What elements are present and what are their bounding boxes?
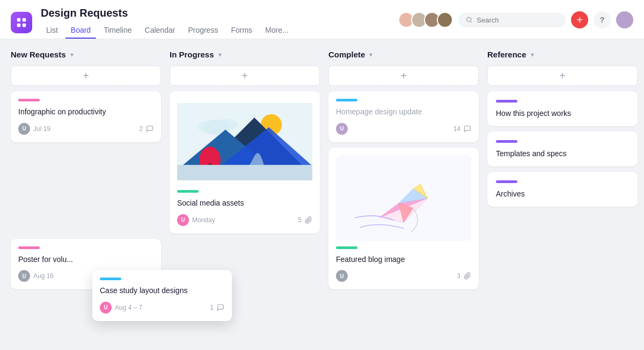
add-card-button-reference[interactable]: + bbox=[487, 65, 638, 86]
add-button[interactable]: + bbox=[571, 11, 588, 28]
avatar-group bbox=[398, 12, 453, 28]
card-date: Aug 16 bbox=[33, 272, 54, 280]
column-header-complete: Complete ▾ bbox=[328, 50, 479, 59]
svg-rect-1 bbox=[23, 18, 26, 21]
ref-card-how-project-works[interactable]: How this project works bbox=[487, 91, 638, 126]
card-actions: 3 bbox=[457, 272, 471, 280]
card-image-plane bbox=[336, 155, 471, 241]
floating-card-case-study[interactable]: Case study layout designs U Aug 4 – 7 1 bbox=[92, 270, 232, 321]
tab-list[interactable]: List bbox=[41, 23, 63, 39]
ref-card-title: Archives bbox=[496, 189, 629, 198]
search-input[interactable] bbox=[477, 16, 558, 24]
card-meta: U Aug 16 bbox=[18, 270, 54, 282]
column-title-in-progress: In Progress bbox=[170, 50, 214, 59]
card-title: Featured blog image bbox=[336, 254, 471, 265]
tab-forms[interactable]: Forms bbox=[225, 23, 258, 39]
ref-card-tag bbox=[496, 100, 517, 103]
card-title: Homepage design update bbox=[336, 107, 471, 118]
paper-plane-svg bbox=[336, 155, 471, 241]
card-title: Social media assets bbox=[177, 198, 312, 209]
avatar: U bbox=[336, 123, 348, 135]
add-card-button-complete[interactable]: + bbox=[328, 65, 479, 86]
add-card-button-in-progress[interactable]: + bbox=[170, 65, 320, 86]
svg-point-8 bbox=[214, 119, 238, 131]
ref-card-templates-specs[interactable]: Templates and specs bbox=[487, 132, 638, 166]
user-avatar[interactable] bbox=[616, 11, 633, 28]
card-actions: 2 bbox=[139, 125, 153, 133]
card-tag bbox=[177, 190, 199, 193]
card-tag bbox=[100, 278, 121, 280]
app-icon[interactable] bbox=[11, 12, 32, 33]
comment-count: 1 bbox=[210, 304, 214, 311]
chevron-icon-new-requests[interactable]: ▾ bbox=[70, 51, 74, 59]
tab-progress[interactable]: Progress bbox=[182, 23, 223, 39]
column-complete: Complete ▾ + Homepage design update U 14 bbox=[328, 50, 479, 295]
ref-card-title: Templates and specs bbox=[496, 149, 629, 158]
comment-icon bbox=[464, 125, 471, 133]
avatar: U bbox=[18, 270, 30, 282]
card-blog-image[interactable]: Featured blog image U 3 bbox=[328, 148, 479, 290]
card-meta: U Jul 19 bbox=[18, 123, 50, 135]
card-footer: U 3 bbox=[336, 270, 471, 282]
card-footer: U Aug 4 – 7 1 bbox=[100, 302, 224, 313]
tab-calendar[interactable]: Calendar bbox=[140, 23, 181, 39]
column-header-new-requests: New Requests ▾ bbox=[11, 50, 161, 59]
card-date: Aug 4 – 7 bbox=[115, 304, 142, 311]
avatar: U bbox=[177, 214, 189, 226]
card-actions: 14 bbox=[453, 125, 471, 133]
card-meta: U Aug 4 – 7 bbox=[100, 302, 142, 313]
card-footer: U 14 bbox=[336, 123, 471, 135]
column-reference: Reference ▾ + How this project works Tem… bbox=[487, 50, 638, 212]
board: New Requests ▾ + Infographic on producti… bbox=[0, 39, 644, 341]
card-footer: U Monday 5 bbox=[177, 214, 312, 226]
card-footer: U Jul 19 2 bbox=[18, 123, 153, 135]
column-title-new-requests: New Requests bbox=[11, 50, 66, 59]
avatar: U bbox=[336, 270, 348, 282]
chevron-icon-complete[interactable]: ▾ bbox=[369, 51, 372, 59]
svg-point-4 bbox=[467, 17, 471, 21]
card-tag bbox=[18, 99, 40, 101]
card-meta: U bbox=[336, 270, 348, 282]
card-meta: U Monday bbox=[177, 214, 215, 226]
card-title: Infographic on productivity bbox=[18, 107, 153, 118]
tab-more[interactable]: More... bbox=[260, 23, 294, 39]
card-actions: 5 bbox=[298, 216, 312, 224]
card-infographic[interactable]: Infographic on productivity U Jul 19 2 bbox=[11, 91, 161, 142]
column-new-requests: New Requests ▾ + Infographic on producti… bbox=[11, 50, 161, 295]
column-title-complete: Complete bbox=[328, 50, 365, 59]
comment-icon bbox=[146, 125, 153, 133]
card-tag bbox=[336, 246, 357, 249]
attachment-icon bbox=[305, 216, 312, 224]
svg-rect-2 bbox=[17, 24, 20, 27]
comment-count: 5 bbox=[298, 216, 302, 224]
card-title: Poster for volu... bbox=[18, 254, 153, 265]
ref-card-tag bbox=[496, 140, 517, 143]
help-button[interactable]: ? bbox=[594, 11, 611, 28]
app-container: Design Requests List Board Timeline Cale… bbox=[0, 0, 644, 341]
tab-timeline[interactable]: Timeline bbox=[98, 23, 137, 39]
tab-board[interactable]: Board bbox=[65, 23, 96, 39]
column-title-reference: Reference bbox=[487, 50, 526, 59]
ref-card-title: How this project works bbox=[496, 109, 629, 118]
card-meta: U bbox=[336, 123, 348, 135]
card-date: Monday bbox=[192, 216, 215, 224]
chevron-icon-in-progress[interactable]: ▾ bbox=[218, 51, 222, 59]
card-homepage[interactable]: Homepage design update U 14 bbox=[328, 91, 479, 142]
card-social-media[interactable]: Social media assets U Monday 5 bbox=[170, 91, 320, 234]
column-header-reference: Reference ▾ bbox=[487, 50, 638, 59]
attachment-icon bbox=[464, 272, 471, 280]
card-tag bbox=[18, 246, 40, 249]
nav-tabs: List Board Timeline Calendar Progress Fo… bbox=[41, 23, 390, 39]
svg-point-9 bbox=[196, 121, 216, 131]
search-bar[interactable] bbox=[458, 13, 566, 27]
ref-card-archives[interactable]: Archives bbox=[487, 172, 638, 207]
search-icon bbox=[466, 16, 472, 24]
header-title-area: Design Requests List Board Timeline Cale… bbox=[41, 6, 390, 39]
header-actions: + ? bbox=[398, 11, 633, 34]
comment-icon bbox=[217, 304, 224, 311]
chevron-icon-reference[interactable]: ▾ bbox=[531, 51, 534, 59]
comment-count: 2 bbox=[139, 125, 143, 133]
add-card-button-new-requests[interactable]: + bbox=[11, 65, 161, 86]
svg-rect-16 bbox=[177, 165, 312, 180]
card-date: Jul 19 bbox=[33, 125, 50, 133]
